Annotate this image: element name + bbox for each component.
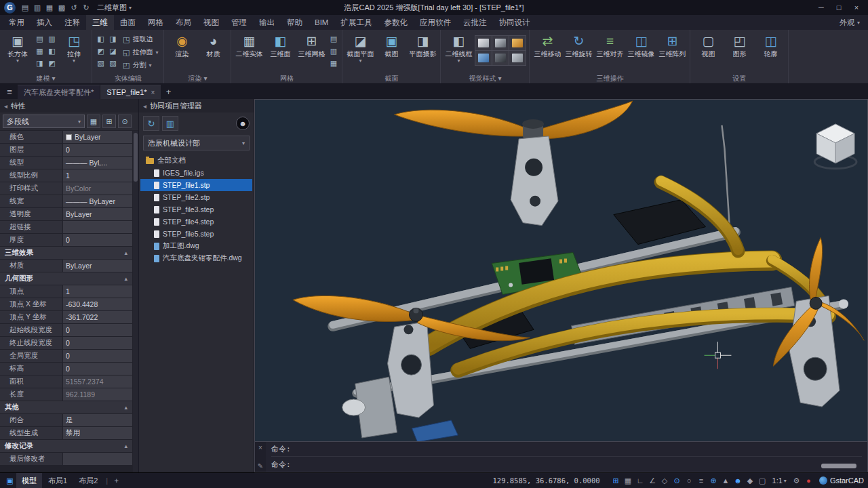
doc-tab-step-file1[interactable]: STEP_file1* × (100, 85, 161, 99)
collapse-arrow-icon[interactable]: ▴ (124, 249, 127, 256)
section-plane-button[interactable]: ◪ 截面平面 ▾ (345, 31, 375, 72)
team-dropdown[interactable]: 浩辰机械设计部 ▾ (143, 136, 250, 150)
property-row-vertex-x[interactable]: 顶点 X 坐标 -630.4428 (0, 298, 132, 310)
property-row-transparency[interactable]: 透明度 ByLayer (0, 208, 132, 220)
mesh-tool-icon[interactable]: ▤ (328, 33, 339, 45)
visual-style-option[interactable] (475, 36, 492, 50)
tab-changyong[interactable]: 常用 (3, 15, 31, 30)
tree-file-step3[interactable]: STEP_file3.step (140, 203, 252, 216)
modeling-tool-icon[interactable]: ▦ (34, 45, 45, 57)
render-button[interactable]: ◉ 渲染 (167, 31, 197, 72)
solid-edit-tool-icon[interactable]: ◪ (107, 45, 119, 57)
collaboration-panel-header[interactable]: ◂ 协同项目管理器 (139, 99, 254, 113)
snap-icon[interactable]: ▦ (623, 475, 634, 487)
visual-style-option[interactable] (509, 36, 526, 50)
object-type-dropdown[interactable]: 多段线 ▾ (3, 115, 85, 128)
property-row-linetype[interactable]: 线型 ——— ByL... (0, 157, 132, 169)
property-row-area[interactable]: 面积 51557.2374 (0, 375, 132, 388)
model-viewport[interactable] (254, 99, 868, 441)
tab-buju[interactable]: 布局 (170, 15, 197, 30)
units-icon[interactable]: ◆ (745, 475, 756, 487)
command-prompt[interactable]: 命令: (271, 460, 862, 470)
2d-solid-button[interactable]: ▦ 二维实体 (234, 31, 264, 72)
tab-bim[interactable]: BIM (309, 15, 334, 30)
command-lines[interactable]: 命令: 命令: (266, 442, 867, 472)
profile-button[interactable]: ◫ 轮廓 (755, 31, 785, 72)
lineweight-icon[interactable]: ≡ (696, 475, 707, 487)
close-command-icon[interactable]: × (258, 444, 262, 451)
materials-button[interactable]: ◕ 材质 (198, 31, 228, 72)
visual-style-option[interactable] (492, 51, 509, 65)
annotation-visibility-icon[interactable]: ▲ (720, 475, 732, 487)
section-geometry[interactable]: 几何图形 ▴ (0, 272, 132, 285)
snapshot-button[interactable]: ▣ 截图 (376, 31, 406, 72)
tree-file-machining-dwg[interactable]: 加工图.dwg (140, 240, 252, 252)
tab-yunpizhu[interactable]: 云批注 (457, 15, 493, 30)
property-row-hyperlink[interactable]: 超链接 (0, 221, 132, 233)
isodraft-icon[interactable]: ◇ (659, 475, 671, 487)
tree-file-step4[interactable]: STEP_file4.step (140, 216, 252, 228)
visual-style-option[interactable] (492, 36, 509, 50)
visual-style-option[interactable] (475, 51, 492, 65)
tree-file-step2[interactable]: STEP_file2.stp (140, 191, 252, 203)
open-project-file-button[interactable]: ▥ (162, 116, 178, 131)
panel-collapse-icon[interactable]: ◂ (143, 102, 146, 110)
polar-tracking-icon[interactable]: ∠ (647, 475, 658, 487)
group-label-render[interactable]: 渲染 ▾ (164, 73, 231, 83)
clean-screen-icon[interactable]: ▢ (757, 475, 768, 487)
solid-edit-tool-icon[interactable]: ◩ (95, 45, 106, 57)
property-row-plotstyle[interactable]: 打印样式 ByColor (0, 182, 132, 195)
tab-bangzhu[interactable]: 帮助 (281, 15, 309, 30)
3d-mirror-button[interactable]: ◫ 三维镜像 (626, 31, 656, 72)
tab-zhushi[interactable]: 注释 (58, 15, 86, 30)
model-tab[interactable]: 模型 (16, 473, 42, 488)
solid-edit-tool-icon[interactable]: ◧ (95, 33, 106, 45)
user-avatar[interactable]: ☻ (236, 117, 250, 130)
group-label-modeling[interactable]: 建模 ▾ (0, 73, 92, 83)
views-button[interactable]: ▢ 视图 (693, 31, 723, 72)
property-row-end-width[interactable]: 终止线段宽度 0 (0, 337, 132, 349)
command-scrollbar-thumb[interactable] (821, 464, 856, 468)
document-list-icon[interactable]: ≡ (1, 84, 18, 99)
tab-sanwei[interactable]: 三维 (86, 15, 114, 30)
property-row-global-width[interactable]: 全局宽度 0 (0, 350, 132, 362)
tab-shuchu[interactable]: 输出 (253, 15, 281, 30)
property-row-layer[interactable]: 图层 0 (0, 144, 132, 156)
tab-wangge[interactable]: 网格 (142, 15, 170, 30)
property-row-lineweight[interactable]: 线宽 ——— ByLayer (0, 195, 132, 207)
3d-face-button[interactable]: ◧ 三维面 (265, 31, 295, 72)
viewcube[interactable] (814, 124, 856, 169)
panel-collapse-icon[interactable]: ◂ (4, 102, 7, 110)
solid-edit-tool-icon[interactable]: ▨ (107, 58, 119, 69)
3d-move-button[interactable]: ⇄ 三维移动 (532, 31, 562, 72)
3d-rotate-button[interactable]: ↻ 三维旋转 (564, 31, 593, 72)
annotation-scale-dropdown[interactable]: 1:1 ▾ (769, 476, 790, 485)
extract-edges-button[interactable]: ◳ 提取边 (120, 33, 161, 45)
solid-edit-tool-icon[interactable]: ▧ (95, 58, 106, 69)
app-logo-icon[interactable]: G (4, 2, 16, 14)
property-row-thickness[interactable]: 厚度 0 (0, 234, 132, 246)
tab-canshuhua[interactable]: 参数化 (378, 15, 414, 30)
sync-project-button[interactable]: ↻ (143, 116, 159, 131)
graphics-button[interactable]: ◰ 图形 (724, 31, 754, 72)
close-button[interactable]: × (848, 0, 865, 15)
collapse-arrow-icon[interactable]: ▴ (124, 275, 127, 282)
property-row-color[interactable]: 颜色 ByLayer (0, 131, 132, 143)
scrollbar-thumb[interactable] (134, 133, 138, 182)
otrack-icon[interactable]: ○ (684, 475, 695, 487)
tree-file-assembly-dwg[interactable]: 汽车底盘夹钳零配件.dwg (140, 252, 252, 264)
tree-folder-all-docs[interactable]: 全部文档 (140, 155, 252, 167)
mesh-tool-icon[interactable]: ▦ (328, 58, 339, 69)
new-tab-button[interactable]: + (161, 85, 175, 99)
tab-charu[interactable]: 插入 (31, 15, 58, 30)
visual-style-option[interactable] (509, 51, 526, 65)
tab-kuozhan[interactable]: 扩展工具 (334, 15, 378, 30)
collapse-arrow-icon[interactable]: ▴ (124, 404, 127, 411)
visual-style-button[interactable]: ◧ 二维线框 ▾ (443, 31, 473, 72)
property-row-material[interactable]: 材质 ByLayer (0, 260, 132, 272)
property-row-elevation[interactable]: 标高 0 (0, 363, 132, 375)
tab-yingyong[interactable]: 应用软件 (414, 15, 457, 30)
modeling-tool-icon[interactable]: ◨ (34, 58, 45, 69)
doc-tab-assembly[interactable]: 汽车底盘夹钳零配件* (18, 85, 100, 99)
property-row-last-modifier[interactable]: 最后修改者 (0, 453, 132, 465)
